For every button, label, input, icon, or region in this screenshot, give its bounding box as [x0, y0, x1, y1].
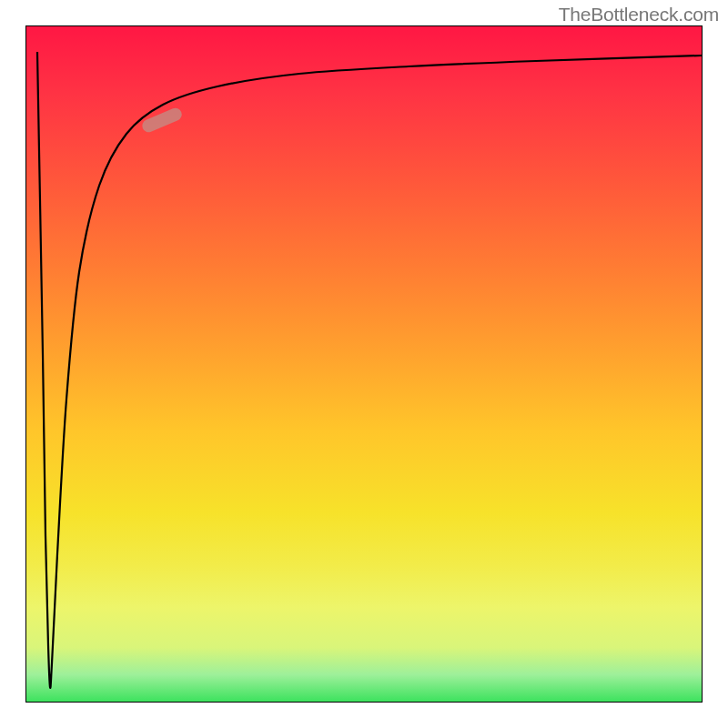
plot-frame [25, 25, 703, 703]
highlighted-point-pill [140, 106, 184, 135]
watermark-text: TheBottleneck.com [559, 4, 719, 25]
bottleneck-curve-svg [26, 26, 702, 702]
chart-container: TheBottleneck.com [0, 0, 728, 728]
bottleneck-curve [37, 52, 702, 688]
point-pill-rect [140, 106, 184, 135]
